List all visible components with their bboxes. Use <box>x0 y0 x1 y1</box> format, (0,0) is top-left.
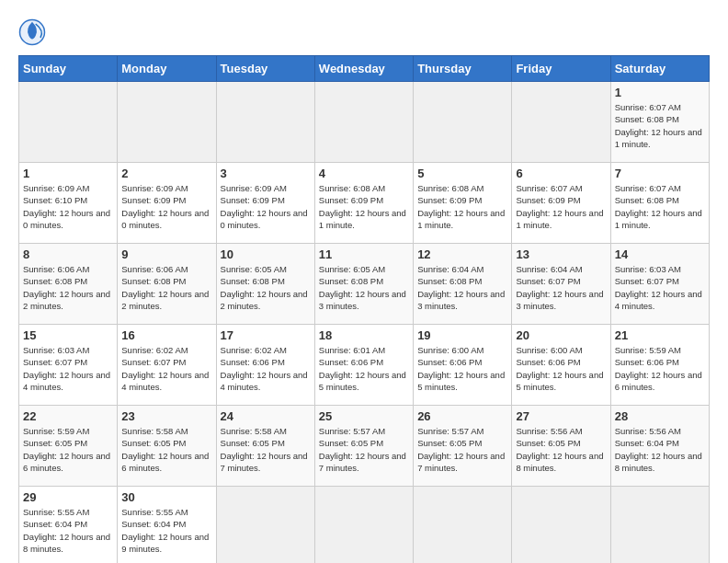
calendar-table: SundayMondayTuesdayWednesdayThursdayFrid… <box>18 55 710 563</box>
day-number: 4 <box>319 167 409 180</box>
calendar-cell: 7Sunrise: 6:07 AMSunset: 6:08 PMDaylight… <box>610 163 709 244</box>
calendar-cell: 3Sunrise: 6:09 AMSunset: 6:09 PMDaylight… <box>216 163 314 244</box>
day-info: Sunrise: 6:09 AMSunset: 6:10 PMDaylight:… <box>23 182 113 231</box>
logo-icon <box>18 18 46 46</box>
day-info: Sunrise: 6:08 AMSunset: 6:09 PMDaylight:… <box>417 182 507 231</box>
logo <box>18 18 50 46</box>
calendar-cell: 28Sunrise: 5:56 AMSunset: 6:04 PMDayligh… <box>610 406 709 487</box>
calendar-cell: 23Sunrise: 5:58 AMSunset: 6:05 PMDayligh… <box>118 406 216 487</box>
day-number: 10 <box>221 247 311 261</box>
day-number: 24 <box>221 409 311 423</box>
calendar-week-5: 29Sunrise: 5:55 AMSunset: 6:04 PMDayligh… <box>19 487 710 564</box>
header-day-friday: Friday <box>512 56 610 82</box>
day-number: 28 <box>615 409 705 423</box>
day-number: 25 <box>319 409 409 423</box>
calendar-cell: 14Sunrise: 6:03 AMSunset: 6:07 PMDayligh… <box>610 244 709 325</box>
header-day-tuesday: Tuesday <box>216 56 314 82</box>
day-number: 16 <box>121 328 211 342</box>
day-number: 2 <box>121 167 211 180</box>
calendar-cell <box>414 82 512 163</box>
day-info: Sunrise: 5:56 AMSunset: 6:04 PMDaylight:… <box>615 425 705 474</box>
day-number: 17 <box>221 328 311 342</box>
calendar-week-4: 22Sunrise: 5:59 AMSunset: 6:05 PMDayligh… <box>19 406 710 487</box>
calendar-cell: 13Sunrise: 6:04 AMSunset: 6:07 PMDayligh… <box>512 244 610 325</box>
header-day-wednesday: Wednesday <box>314 56 413 82</box>
day-info: Sunrise: 5:57 AMSunset: 6:05 PMDaylight:… <box>417 425 507 474</box>
day-number: 27 <box>516 409 606 423</box>
calendar-cell: 11Sunrise: 6:05 AMSunset: 6:08 PMDayligh… <box>314 244 413 325</box>
day-info: Sunrise: 5:59 AMSunset: 6:06 PMDaylight:… <box>615 344 705 393</box>
day-info: Sunrise: 6:03 AMSunset: 6:07 PMDaylight:… <box>615 263 705 312</box>
day-number: 26 <box>417 409 507 423</box>
day-info: Sunrise: 6:07 AMSunset: 6:08 PMDaylight:… <box>615 182 705 231</box>
calendar-cell <box>118 82 216 163</box>
calendar-week-2: 8Sunrise: 6:06 AMSunset: 6:08 PMDaylight… <box>19 244 710 325</box>
calendar-cell: 27Sunrise: 5:56 AMSunset: 6:05 PMDayligh… <box>512 406 610 487</box>
day-info: Sunrise: 6:04 AMSunset: 6:08 PMDaylight:… <box>417 263 507 312</box>
day-info: Sunrise: 6:09 AMSunset: 6:09 PMDaylight:… <box>221 182 311 231</box>
day-info: Sunrise: 6:08 AMSunset: 6:09 PMDaylight:… <box>319 182 409 231</box>
day-number: 20 <box>516 328 606 342</box>
calendar-week-0: 1Sunrise: 6:07 AMSunset: 6:08 PMDaylight… <box>19 82 710 163</box>
calendar-cell: 22Sunrise: 5:59 AMSunset: 6:05 PMDayligh… <box>19 406 118 487</box>
calendar-cell: 29Sunrise: 5:55 AMSunset: 6:04 PMDayligh… <box>19 487 118 564</box>
day-info: Sunrise: 6:02 AMSunset: 6:07 PMDaylight:… <box>121 344 211 393</box>
calendar-cell: 26Sunrise: 5:57 AMSunset: 6:05 PMDayligh… <box>414 406 512 487</box>
day-number: 13 <box>516 247 606 261</box>
calendar-cell: 2Sunrise: 6:09 AMSunset: 6:09 PMDaylight… <box>118 163 216 244</box>
day-number: 22 <box>23 409 113 423</box>
calendar-cell: 5Sunrise: 6:08 AMSunset: 6:09 PMDaylight… <box>414 163 512 244</box>
day-number: 3 <box>221 167 311 180</box>
day-number: 21 <box>615 328 705 342</box>
day-number: 12 <box>417 247 507 261</box>
day-info: Sunrise: 6:06 AMSunset: 6:08 PMDaylight:… <box>23 263 113 312</box>
day-info: Sunrise: 6:02 AMSunset: 6:06 PMDaylight:… <box>221 344 311 393</box>
day-info: Sunrise: 5:58 AMSunset: 6:05 PMDaylight:… <box>221 425 311 474</box>
calendar-cell: 16Sunrise: 6:02 AMSunset: 6:07 PMDayligh… <box>118 325 216 406</box>
calendar-cell: 1Sunrise: 6:09 AMSunset: 6:10 PMDaylight… <box>19 163 118 244</box>
day-info: Sunrise: 6:03 AMSunset: 6:07 PMDaylight:… <box>23 344 113 393</box>
day-info: Sunrise: 5:55 AMSunset: 6:04 PMDaylight:… <box>23 506 113 555</box>
calendar-cell: 21Sunrise: 5:59 AMSunset: 6:06 PMDayligh… <box>610 325 709 406</box>
header-day-monday: Monday <box>118 56 216 82</box>
calendar-cell <box>19 82 118 163</box>
day-info: Sunrise: 6:09 AMSunset: 6:09 PMDaylight:… <box>121 182 211 231</box>
day-info: Sunrise: 6:00 AMSunset: 6:06 PMDaylight:… <box>516 344 606 393</box>
header-day-thursday: Thursday <box>414 56 512 82</box>
calendar-cell: 12Sunrise: 6:04 AMSunset: 6:08 PMDayligh… <box>414 244 512 325</box>
calendar-cell <box>512 82 610 163</box>
day-info: Sunrise: 6:00 AMSunset: 6:06 PMDaylight:… <box>417 344 507 393</box>
calendar-header: SundayMondayTuesdayWednesdayThursdayFrid… <box>19 56 710 82</box>
calendar-cell: 1Sunrise: 6:07 AMSunset: 6:08 PMDaylight… <box>610 82 709 163</box>
header-day-sunday: Sunday <box>19 56 118 82</box>
calendar-week-1: 1Sunrise: 6:09 AMSunset: 6:10 PMDaylight… <box>19 163 710 244</box>
header-row: SundayMondayTuesdayWednesdayThursdayFrid… <box>19 56 710 82</box>
calendar-cell <box>314 487 413 564</box>
calendar-cell <box>610 487 709 564</box>
day-info: Sunrise: 5:59 AMSunset: 6:05 PMDaylight:… <box>23 425 113 474</box>
calendar-cell <box>216 82 314 163</box>
day-info: Sunrise: 6:07 AMSunset: 6:08 PMDaylight:… <box>615 101 705 150</box>
day-info: Sunrise: 5:56 AMSunset: 6:05 PMDaylight:… <box>516 425 606 474</box>
calendar-cell: 25Sunrise: 5:57 AMSunset: 6:05 PMDayligh… <box>314 406 413 487</box>
calendar-cell: 30Sunrise: 5:55 AMSunset: 6:04 PMDayligh… <box>118 487 216 564</box>
day-number: 7 <box>615 167 705 180</box>
calendar-cell: 6Sunrise: 6:07 AMSunset: 6:09 PMDaylight… <box>512 163 610 244</box>
day-info: Sunrise: 5:58 AMSunset: 6:05 PMDaylight:… <box>121 425 211 474</box>
calendar-cell <box>414 487 512 564</box>
day-info: Sunrise: 5:55 AMSunset: 6:04 PMDaylight:… <box>121 506 211 555</box>
calendar-cell <box>314 82 413 163</box>
day-number: 5 <box>417 167 507 180</box>
calendar-cell: 19Sunrise: 6:00 AMSunset: 6:06 PMDayligh… <box>414 325 512 406</box>
day-number: 9 <box>121 247 211 261</box>
day-info: Sunrise: 6:05 AMSunset: 6:08 PMDaylight:… <box>319 263 409 312</box>
calendar-cell: 18Sunrise: 6:01 AMSunset: 6:06 PMDayligh… <box>314 325 413 406</box>
day-info: Sunrise: 6:01 AMSunset: 6:06 PMDaylight:… <box>319 344 409 393</box>
calendar-cell: 15Sunrise: 6:03 AMSunset: 6:07 PMDayligh… <box>19 325 118 406</box>
page-header <box>18 18 710 46</box>
calendar-cell: 4Sunrise: 6:08 AMSunset: 6:09 PMDaylight… <box>314 163 413 244</box>
day-number: 11 <box>319 247 409 261</box>
day-number: 15 <box>23 328 113 342</box>
day-number: 23 <box>121 409 211 423</box>
day-number: 29 <box>23 490 113 504</box>
